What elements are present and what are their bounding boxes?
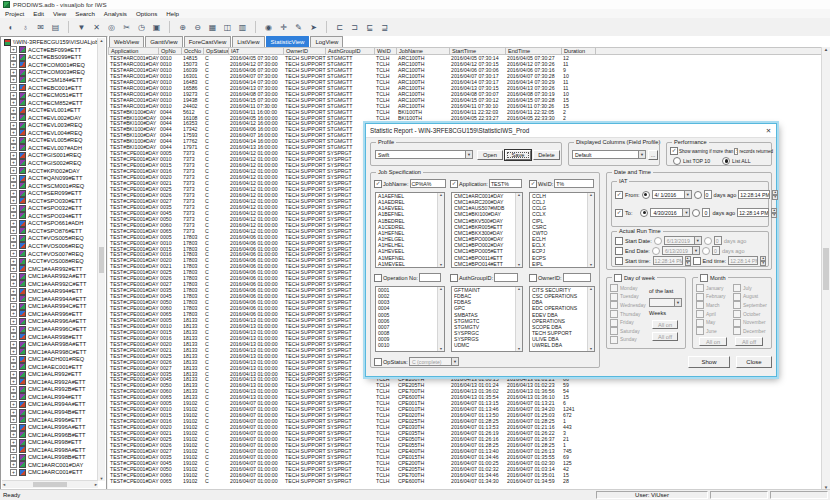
tree-item[interactable]: +CMC1#ALR998#ETT [2,438,98,446]
split-view-icon[interactable]: ◫ [221,21,234,34]
operation-no-input[interactable] [419,273,441,282]
art-start-time-input[interactable]: 12:28:14 PM [653,256,683,265]
expand-level-icon[interactable]: ⊐ [348,21,361,34]
dow-all-on-button[interactable]: All on [652,320,678,329]
field-profile-combobox[interactable]: Default ▼ [572,150,646,159]
operation-no-listbox[interactable]: 0001000200030004000500060007000800090010… [375,286,445,352]
art-start-date-radio[interactable] [654,237,662,245]
tree-item[interactable]: +CMC1#AAR998#ETT [2,333,98,341]
iat-from-time-input[interactable]: 12:28:14 PM [738,190,770,199]
art-start-days-radio[interactable] [704,237,712,245]
tree-item[interactable]: +CMC1#AAR996A#ETT [2,318,98,326]
outline-icon[interactable]: ⊒ [378,21,391,34]
tree-item[interactable]: +CMC1#AAR994C#ETT [2,303,98,311]
expand-icon[interactable]: + [10,326,17,333]
month-april-checkbox[interactable] [696,310,704,318]
tree-vertical-scrollbar[interactable]: ▲ ▼ [97,38,105,481]
opstatus-checkbox[interactable] [374,358,382,366]
expand-icon[interactable]: + [10,107,17,114]
tree-item[interactable]: +CMC1#ALR998B#ETT [2,454,98,462]
art-end-date-radio[interactable] [652,247,660,255]
expand-icon[interactable]: + [10,303,17,310]
menu-item-help[interactable]: Help [166,10,179,17]
expand-icon[interactable]: + [10,439,17,446]
tree-item[interactable]: +CMC1#AAR998C#ETT [2,348,98,356]
expand-icon[interactable]: + [10,61,17,68]
iat-from-days-input[interactable]: 0 [704,190,712,199]
tree-item[interactable]: +CMC1#ALR996B#ETT [2,431,98,439]
scroll-thumb[interactable] [33,482,67,487]
month-october-checkbox[interactable] [733,310,741,318]
dow-thursday-checkbox[interactable] [610,310,618,318]
expand-icon[interactable]: + [10,416,17,423]
profile-open-button[interactable]: Open [477,150,503,160]
level-view-icon[interactable]: ⊑ [363,21,376,34]
application-checkbox[interactable] [450,180,458,188]
detail-view-icon[interactable]: ▥ [236,21,249,34]
tree-item[interactable]: +CMC1#ALR992B#ETT [2,386,98,394]
chevron-down-icon[interactable]: ▼ [684,190,692,199]
iat-to-checkbox[interactable] [615,209,623,217]
iat-from-days-radio[interactable] [694,191,702,199]
opstatus-combobox[interactable]: C (complete) ▼ [409,357,459,366]
art-start-date-picker[interactable]: 6/13/2019 ▼ [664,236,702,245]
month-june-checkbox[interactable] [696,327,704,335]
send-icon[interactable]: ✉ [34,21,47,34]
tree-item[interactable]: +ACCT#EVL007#ADH [2,144,98,152]
scroll-down-icon[interactable]: ▼ [100,476,104,481]
menu-item-view[interactable]: View [53,10,66,17]
tree-item[interactable]: +CMC1#AAR996C#ETT [2,325,98,333]
weeks-combobox[interactable]: ▼ [649,298,682,307]
expand-icon[interactable]: + [10,409,17,416]
scroll-right-icon[interactable]: ► [94,482,98,487]
wsid-checkbox[interactable] [529,180,537,188]
owner-listbox[interactable]: CITS SECURITYCSC OPERATIONSDBAEDC OPERAT… [529,286,595,352]
tab-statisticview[interactable]: StatisticView [266,36,310,47]
expand-icon[interactable]: + [10,258,17,265]
expand-icon[interactable]: + [10,250,17,257]
tab-forecastview[interactable]: ForeCastView [184,36,232,47]
tree-item[interactable]: +ACCT#EVL003#REQ [2,121,98,129]
menu-item-search[interactable]: Search [75,10,95,17]
form-icon[interactable]: ▣ [150,21,163,34]
time-spinner[interactable]: ▲▼ [760,256,766,265]
dow-saturday-checkbox[interactable] [610,327,618,335]
month-august-checkbox[interactable] [733,293,741,301]
list-item[interactable]: UWREL DBA [530,342,594,348]
scroll-up-icon[interactable]: ▲ [100,38,104,43]
expand-icon[interactable]: + [10,401,17,408]
jobname-listbox[interactable]: A1AEFNELA1AEDRELA1AEVEELA1BEFNELA1BEDREL… [375,192,445,268]
table-vertical-scrollbar[interactable]: ▲ ▼ [821,47,830,490]
web-view-icon[interactable]: ♁ [19,21,32,34]
zoom-in-icon[interactable]: ⊕ [176,21,189,34]
art-end-days-radio[interactable] [702,247,710,255]
field-profile-more-button[interactable]: ... [648,150,658,160]
expand-icon[interactable]: + [10,295,17,302]
expand-icon[interactable]: + [10,341,17,348]
art-end-days-input[interactable]: 0 [712,246,720,255]
list-item[interactable]: EWTO [530,267,594,268]
expand-icon[interactable]: + [10,114,17,121]
expand-icon[interactable]: + [10,205,17,212]
month-february-checkbox[interactable] [696,293,704,301]
iat-from-checkbox[interactable] [615,191,623,199]
authgroup-input[interactable] [494,273,518,282]
time-spinner[interactable]: ▲▼ [771,208,777,217]
expand-icon[interactable]: + [10,393,17,400]
month-september-checkbox[interactable] [733,301,741,309]
expand-icon[interactable]: + [10,182,17,189]
chevron-down-icon[interactable]: ▼ [694,236,702,245]
tab-logview[interactable]: LogView [310,36,343,47]
filter-icon[interactable]: ▼ [75,21,88,34]
jobname-checkbox[interactable] [374,180,382,188]
expand-icon[interactable]: + [10,280,17,287]
tree-item[interactable]: +ACCT#SCM001#REQ [2,182,98,190]
expand-icon[interactable]: + [10,469,17,476]
application-filter-input[interactable]: TEST% [489,179,522,188]
tree-item[interactable]: +CMC1#ALR992A#ETT [2,378,98,386]
expand-icon[interactable]: + [10,378,17,385]
tree-item[interactable]: +ACCT#CSM184#ETT [2,76,98,84]
list-scrollbar[interactable]: ▲▼ [515,193,522,267]
tree-item[interactable]: +CMC1#ALR994B#ETT [2,408,98,416]
tree-item[interactable]: +ACCT#SER099#ETT [2,189,98,197]
